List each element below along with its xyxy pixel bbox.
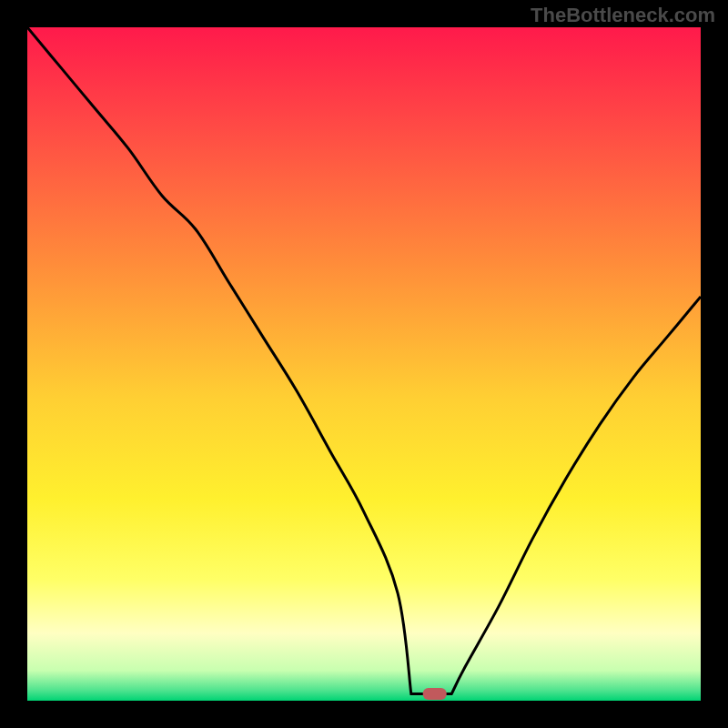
gradient-background: [27, 27, 701, 701]
optimal-marker: [423, 688, 447, 700]
plot-area: [27, 27, 701, 701]
chart-frame: TheBottleneck.com: [0, 0, 728, 728]
bottleneck-chart: [27, 27, 701, 701]
watermark-text: TheBottleneck.com: [531, 4, 715, 27]
